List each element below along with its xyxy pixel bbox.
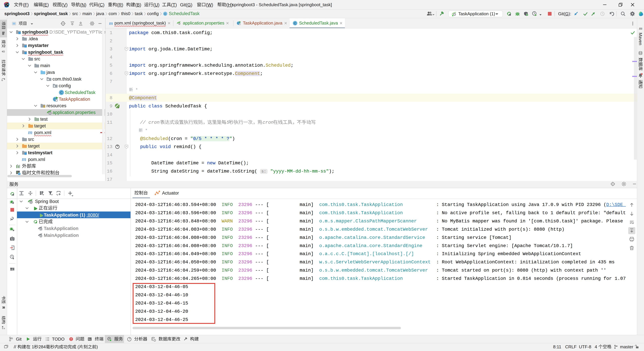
svg-text:C: C bbox=[294, 22, 296, 25]
svg-text:C: C bbox=[164, 12, 166, 15]
svg-text:C: C bbox=[60, 91, 63, 94]
svg-text:m: m bbox=[639, 26, 642, 31]
